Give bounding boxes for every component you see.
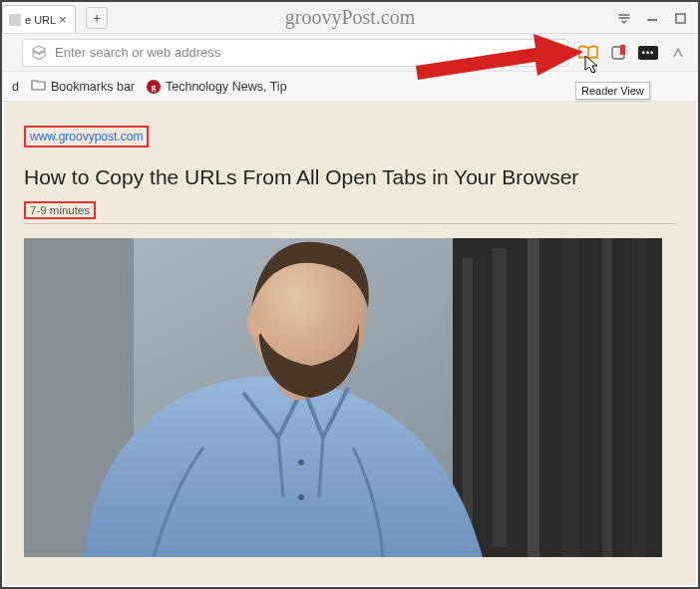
maximize-button[interactable] bbox=[666, 6, 694, 30]
bookmark-tech-label: Technology News, Tip bbox=[166, 80, 287, 94]
svg-rect-5 bbox=[453, 238, 662, 557]
read-time-row: 7-9 minutes bbox=[24, 201, 676, 224]
tab-favicon bbox=[9, 14, 21, 26]
bookmark-tech-news[interactable]: g Technology News, Tip bbox=[147, 80, 287, 94]
read-time-badge: 7-9 minutes bbox=[24, 201, 96, 219]
overflow-icon[interactable] bbox=[610, 6, 638, 30]
article-hero-image bbox=[24, 238, 662, 557]
reader-view-tooltip: Reader View bbox=[575, 82, 650, 100]
svg-rect-10 bbox=[602, 238, 612, 557]
svg-rect-11 bbox=[632, 238, 646, 557]
bookmark-cut-item[interactable]: d bbox=[12, 80, 19, 94]
title-bar: e URLs Fro × + groovyPost.com bbox=[2, 2, 698, 34]
svg-rect-9 bbox=[562, 238, 580, 557]
menu-dots-icon[interactable]: ••• bbox=[638, 43, 658, 63]
sidebar-toggle-icon[interactable] bbox=[668, 43, 688, 63]
url-placeholder: Enter search or web address bbox=[55, 45, 220, 60]
article-title: How to Copy the URLs From All Open Tabs … bbox=[24, 165, 676, 189]
reader-view-icon[interactable] bbox=[578, 43, 598, 63]
svg-rect-6 bbox=[463, 258, 473, 537]
folder-icon bbox=[31, 79, 46, 94]
watermark-text: groovyPost.com bbox=[285, 6, 416, 29]
reader-content: www.groovypost.com How to Copy the URLs … bbox=[4, 102, 696, 585]
svg-rect-8 bbox=[527, 238, 539, 557]
svg-rect-1 bbox=[676, 14, 685, 23]
svg-point-14 bbox=[298, 494, 304, 500]
address-bar: Enter search or web address ••• bbox=[2, 34, 698, 72]
minimize-button[interactable] bbox=[638, 6, 666, 30]
pocket-icon[interactable] bbox=[608, 43, 628, 63]
window-controls bbox=[610, 2, 694, 34]
svg-rect-7 bbox=[493, 248, 507, 547]
new-tab-button[interactable]: + bbox=[86, 7, 108, 29]
svg-rect-3 bbox=[620, 45, 625, 55]
tab-title: e URLs Fro bbox=[25, 14, 56, 26]
url-input[interactable]: Enter search or web address bbox=[22, 39, 568, 67]
svg-point-16 bbox=[247, 309, 263, 337]
browser-tab[interactable]: e URLs Fro × bbox=[2, 5, 76, 33]
bookmarks-bar-folder[interactable]: Bookmarks bar bbox=[31, 79, 135, 94]
site-info-icon[interactable] bbox=[31, 45, 47, 61]
toolbar-icons: ••• bbox=[578, 43, 688, 63]
close-tab-icon[interactable]: × bbox=[59, 15, 69, 25]
svg-point-13 bbox=[298, 459, 304, 465]
bookmarks-bar-label: Bookmarks bar bbox=[51, 80, 135, 94]
groovypost-favicon: g bbox=[147, 80, 161, 94]
article-domain-link[interactable]: www.groovypost.com bbox=[24, 126, 149, 147]
